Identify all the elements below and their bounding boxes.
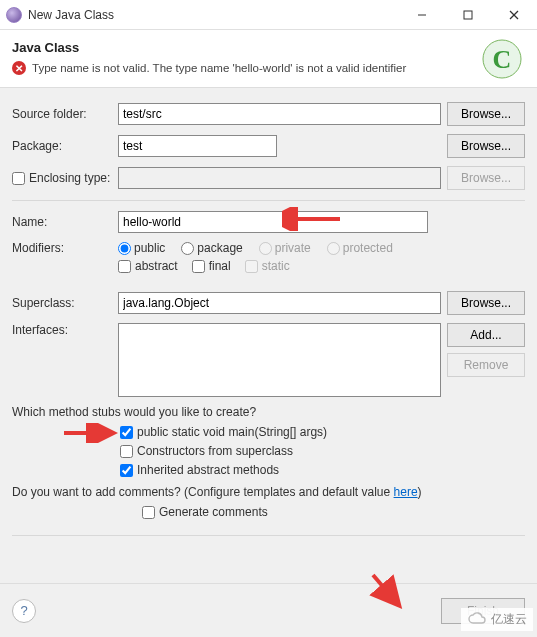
package-browse-button[interactable]: Browse...: [447, 134, 525, 158]
separator: [12, 200, 525, 201]
dialog-body: Source folder: Browse... Package: Browse…: [0, 88, 537, 550]
titlebar: New Java Class: [0, 0, 537, 30]
svg-text:C: C: [493, 45, 512, 74]
enclosing-type-checkbox[interactable]: Enclosing type:: [12, 171, 112, 185]
separator: [12, 535, 525, 536]
maximize-button[interactable]: [445, 0, 491, 30]
interfaces-label: Interfaces:: [12, 323, 112, 337]
modifier-private-radio: private: [259, 241, 311, 255]
stub-inherited-checkbox[interactable]: Inherited abstract methods: [120, 463, 525, 477]
name-label: Name:: [12, 215, 112, 229]
window-title: New Java Class: [28, 8, 399, 22]
modifiers-label: Modifiers:: [12, 241, 112, 255]
close-button[interactable]: [491, 0, 537, 30]
cloud-icon: [467, 611, 487, 628]
error-icon: ✕: [12, 61, 26, 75]
source-folder-browse-button[interactable]: Browse...: [447, 102, 525, 126]
interfaces-add-button[interactable]: Add...: [447, 323, 525, 347]
app-icon: [6, 7, 22, 23]
minimize-button[interactable]: [399, 0, 445, 30]
dialog-header: Java Class ✕ Type name is not valid. The…: [0, 30, 537, 88]
dialog-title: Java Class: [12, 40, 525, 55]
help-button[interactable]: ?: [12, 599, 36, 623]
watermark: 亿速云: [461, 608, 533, 631]
superclass-label: Superclass:: [12, 296, 112, 310]
modifier-static-checkbox: static: [245, 259, 290, 273]
stubs-question: Which method stubs would you like to cre…: [12, 405, 525, 419]
generate-comments-checkbox[interactable]: Generate comments: [142, 505, 525, 519]
watermark-text: 亿速云: [491, 611, 527, 628]
error-text: Type name is not valid. The type name 'h…: [32, 62, 406, 74]
modifier-abstract-checkbox[interactable]: abstract: [118, 259, 178, 273]
modifier-protected-radio: protected: [327, 241, 393, 255]
configure-here-link[interactable]: here: [394, 485, 418, 499]
interfaces-remove-button: Remove: [447, 353, 525, 377]
superclass-browse-button[interactable]: Browse...: [447, 291, 525, 315]
stub-main-checkbox[interactable]: public static void main(String[] args): [120, 425, 525, 439]
enclosing-type-browse-button: Browse...: [447, 166, 525, 190]
stub-constructors-checkbox[interactable]: Constructors from superclass: [120, 444, 525, 458]
package-input[interactable]: [118, 135, 277, 157]
source-folder-input[interactable]: [118, 103, 441, 125]
comments-question: Do you want to add comments? (Configure …: [12, 485, 525, 499]
dialog-footer: ? Finish: [0, 583, 537, 637]
superclass-input[interactable]: [118, 292, 441, 314]
annotation-arrow-icon: [367, 571, 407, 611]
enclosing-type-input: [118, 167, 441, 189]
modifier-final-checkbox[interactable]: final: [192, 259, 231, 273]
error-message-row: ✕ Type name is not valid. The type name …: [12, 61, 525, 75]
modifier-public-radio[interactable]: public: [118, 241, 165, 255]
annotation-arrow-icon: [62, 423, 118, 443]
source-folder-label: Source folder:: [12, 107, 112, 121]
modifier-package-radio[interactable]: package: [181, 241, 242, 255]
class-logo-icon: C: [481, 38, 523, 80]
svg-line-11: [373, 575, 397, 603]
svg-rect-1: [464, 11, 472, 19]
package-label: Package:: [12, 139, 112, 153]
interfaces-list[interactable]: [118, 323, 441, 397]
name-input[interactable]: [118, 211, 428, 233]
